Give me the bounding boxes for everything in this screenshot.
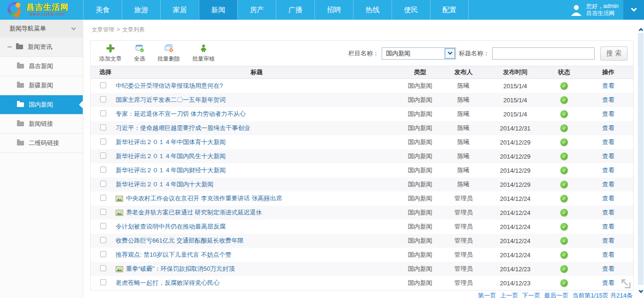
topbar-collapse-button[interactable] bbox=[623, 0, 644, 20]
site-logo[interactable]: 昌吉生活网 www.cjshw.com bbox=[0, 0, 83, 20]
page-scrollbar[interactable] bbox=[637, 20, 644, 298]
status-approved-icon: ✓ bbox=[560, 195, 568, 202]
view-link[interactable]: 查看 bbox=[602, 195, 614, 202]
row-checkbox[interactable] bbox=[100, 82, 106, 88]
article-title-link[interactable]: 中央农村工作会议在京召开 李克强作重要讲话 张高丽出席 bbox=[126, 194, 282, 203]
batch-delete-button[interactable]: 批量删除 bbox=[157, 44, 180, 63]
sidebar-item-二维码链接[interactable]: 二维码链接 bbox=[0, 134, 83, 153]
select-all-button[interactable]: 全选 bbox=[134, 44, 145, 63]
search-button[interactable]: 搜 索 bbox=[600, 46, 628, 61]
tool-label: 全选 bbox=[134, 55, 145, 63]
article-title-link[interactable]: 收费公路巨亏661亿元 交通部酝酿延长收费年限 bbox=[116, 237, 243, 245]
title-cell: 重拳“破霾”：环保罚款拟取消50万元封顶 bbox=[116, 265, 398, 273]
nav-item-新闻[interactable]: 新闻 bbox=[199, 0, 237, 20]
row-checkbox[interactable] bbox=[100, 209, 106, 215]
view-link[interactable]: 查看 bbox=[602, 251, 614, 258]
article-date: 2014/12/24 bbox=[485, 223, 546, 230]
nav-item-招聘[interactable]: 招聘 bbox=[314, 0, 353, 20]
view-link[interactable]: 查看 bbox=[602, 279, 614, 286]
action-cell: 查看 bbox=[582, 265, 634, 273]
view-link[interactable]: 查看 bbox=[602, 138, 614, 145]
nav-item-广播[interactable]: 广播 bbox=[276, 0, 314, 20]
row-checkbox[interactable] bbox=[100, 195, 106, 201]
view-link[interactable]: 查看 bbox=[602, 96, 614, 103]
view-link[interactable]: 查看 bbox=[602, 223, 614, 230]
row-checkbox[interactable] bbox=[100, 251, 106, 257]
user-box[interactable]: 您好，admin 昌吉生活网 bbox=[570, 0, 619, 20]
row-checkbox[interactable] bbox=[100, 96, 106, 102]
article-title-link[interactable]: 养老金并轨方案已获通过 研究制定渐进式延迟退休 bbox=[126, 208, 262, 217]
article-title-link[interactable]: 专家：延迟退休不宜一刀切 体力劳动者力不从心 bbox=[116, 110, 246, 118]
nav-item-热线[interactable]: 热线 bbox=[353, 0, 392, 20]
article-title-link[interactable]: 新华社评出２０１４年国内民生十大新闻 bbox=[116, 152, 226, 160]
view-link[interactable]: 查看 bbox=[602, 124, 614, 131]
collapse-minus-icon[interactable] bbox=[8, 46, 12, 47]
row-checkbox[interactable] bbox=[100, 237, 106, 243]
status-cell: ✓ bbox=[546, 124, 582, 132]
resize-window-icon[interactable] bbox=[620, 278, 631, 289]
view-link[interactable]: 查看 bbox=[602, 237, 614, 244]
nav-item-房产[interactable]: 房产 bbox=[237, 0, 276, 20]
view-link[interactable]: 查看 bbox=[602, 209, 614, 216]
row-checkbox[interactable] bbox=[100, 181, 106, 187]
nav-item-家居[interactable]: 家居 bbox=[160, 0, 199, 20]
checkbox-cell bbox=[91, 167, 116, 174]
status-approved-icon: ✓ bbox=[560, 181, 568, 188]
sidebar-item-新闻资讯[interactable]: 新闻资讯 bbox=[0, 38, 83, 57]
row-checkbox[interactable] bbox=[100, 138, 106, 145]
article-type: 国内新闻 bbox=[398, 251, 442, 259]
article-title-link[interactable]: 新华社评出２０１４年中国体育十大新闻 bbox=[116, 138, 226, 146]
title-cell: 新华社评出２０１４年中国体育十大新闻 bbox=[116, 138, 398, 146]
nav-item-配置[interactable]: 配置 bbox=[430, 0, 469, 20]
nav-item-美食[interactable]: 美食 bbox=[83, 0, 122, 20]
article-type: 国内新闻 bbox=[398, 96, 442, 104]
sidebar-item-国内新闻[interactable]: 国内新闻 bbox=[0, 95, 83, 115]
row-checkbox[interactable] bbox=[100, 265, 106, 271]
row-checkbox[interactable] bbox=[100, 223, 106, 229]
article-title-link[interactable]: 新华社评出２０１４年国内财经十大新闻 bbox=[116, 166, 226, 175]
folder-icon bbox=[17, 102, 24, 107]
view-link[interactable]: 查看 bbox=[602, 153, 614, 160]
batch-audit-button[interactable]: 批量审核 bbox=[192, 44, 215, 63]
category-select[interactable]: 国内新闻 bbox=[382, 47, 456, 60]
article-title-link[interactable]: 中纪委公开受理信访举报现场用意何在? bbox=[116, 82, 223, 90]
row-checkbox[interactable] bbox=[100, 167, 106, 173]
pagination-link-第一页[interactable]: 第一页 bbox=[478, 292, 496, 298]
scrollbar-track[interactable] bbox=[638, 33, 644, 285]
sidebar-header[interactable]: 新闻导航菜单 bbox=[0, 20, 83, 38]
table-row: 老虎苍蝇一起打，反腐败深得党心民心国内新闻管理员2014/12/23✓查看 bbox=[91, 276, 633, 290]
view-link[interactable]: 查看 bbox=[602, 110, 614, 117]
article-title-link[interactable]: 令计划被查说明中共仍在推动最高层反腐 bbox=[116, 222, 226, 231]
view-link[interactable]: 查看 bbox=[602, 82, 614, 89]
add-article-button[interactable]: 添加文章 bbox=[99, 44, 122, 63]
sidebar-item-新闻链接[interactable]: 新闻链接 bbox=[0, 115, 83, 134]
scroll-down-button[interactable] bbox=[637, 285, 644, 298]
column-header-类型: 类型 bbox=[398, 68, 442, 76]
category-label: 栏目名称： bbox=[348, 49, 379, 58]
row-checkbox[interactable] bbox=[100, 279, 106, 285]
article-title-link[interactable]: 新华社评出２０１４年国内十大新闻 bbox=[116, 180, 213, 189]
row-checkbox[interactable] bbox=[100, 110, 106, 116]
pagination-link-下一页[interactable]: 下一页 bbox=[522, 292, 540, 298]
row-checkbox[interactable] bbox=[100, 153, 106, 159]
folder-icon bbox=[17, 64, 24, 69]
article-title-link[interactable]: 老虎苍蝇一起打，反腐败深得党心民心 bbox=[116, 279, 220, 287]
view-link[interactable]: 查看 bbox=[602, 181, 614, 188]
title-cell: 推荐观点: 禁10岁以下儿童代言 不妨点个赞 bbox=[116, 251, 398, 259]
pagination-link-上一页[interactable]: 上一页 bbox=[500, 292, 518, 298]
article-title-link[interactable]: 国家主席习近平发表二〇一五年新年贺词 bbox=[116, 96, 226, 104]
sidebar-item-新疆新闻[interactable]: 新疆新闻 bbox=[0, 76, 83, 95]
sidebar-item-昌吉新闻[interactable]: 昌吉新闻 bbox=[0, 57, 83, 76]
article-title-link[interactable]: 习近平：使命越艰巨越需要拧成一股绳去干事创业 bbox=[116, 124, 250, 132]
pagination-link-最后一页[interactable]: 最后一页 bbox=[544, 292, 568, 298]
status-cell: ✓ bbox=[546, 167, 582, 174]
nav-item-便民[interactable]: 便民 bbox=[392, 0, 430, 20]
nav-item-旅游[interactable]: 旅游 bbox=[122, 0, 160, 20]
view-link[interactable]: 查看 bbox=[602, 265, 614, 272]
select-arrow-button[interactable] bbox=[445, 48, 455, 59]
article-title-link[interactable]: 推荐观点: 禁10岁以下儿童代言 不妨点个赞 bbox=[116, 251, 231, 259]
title-search-input[interactable] bbox=[492, 47, 595, 60]
view-link[interactable]: 查看 bbox=[602, 167, 614, 174]
row-checkbox[interactable] bbox=[100, 124, 106, 130]
article-title-link[interactable]: 重拳“破霾”：环保罚款拟取消50万元封顶 bbox=[126, 265, 235, 273]
